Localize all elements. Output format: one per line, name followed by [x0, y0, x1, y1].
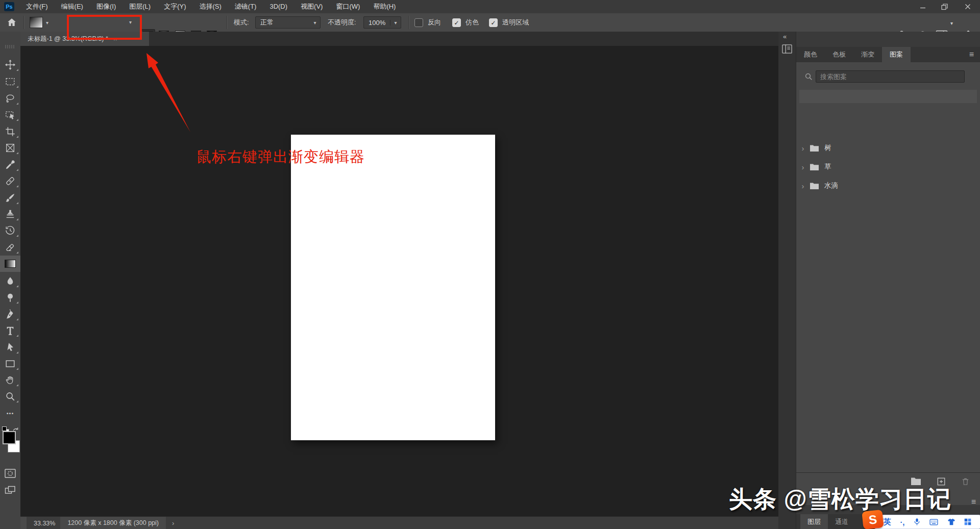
pen-tool[interactable]: [0, 306, 20, 322]
home-icon[interactable]: [6, 17, 17, 28]
eraser-tool[interactable]: [0, 239, 20, 256]
rectangular-marquee-tool[interactable]: [0, 73, 20, 90]
history-brush-tool[interactable]: [0, 222, 20, 239]
chevron-right-icon[interactable]: ›: [796, 182, 810, 190]
folder-icon: [810, 163, 819, 171]
opacity-select[interactable]: 100% ▾: [363, 16, 401, 29]
delete-icon[interactable]: [961, 477, 970, 486]
canvas-area[interactable]: [20, 46, 778, 516]
tab-patterns[interactable]: 图案: [882, 47, 911, 62]
tool-preset-thumbnail: [30, 17, 43, 28]
chevron-right-icon[interactable]: ›: [796, 163, 810, 171]
screen-mode-button[interactable]: [4, 485, 16, 496]
reverse-checkbox[interactable]: [414, 18, 423, 27]
tab-swatches[interactable]: 色板: [825, 47, 853, 62]
patterns-panel-body: › 树 › 草 › 水滴: [796, 62, 980, 505]
ime-mic-icon[interactable]: [914, 518, 920, 526]
ime-language-toggle[interactable]: 英: [884, 517, 891, 527]
more-tools-button[interactable]: •••: [0, 405, 20, 421]
divider: [408, 16, 409, 29]
ime-punctuation-toggle[interactable]: ·,: [900, 518, 904, 526]
zoom-level-field[interactable]: 33.33%: [29, 520, 60, 527]
reverse-label: 反向: [428, 13, 441, 32]
move-tool[interactable]: [0, 57, 20, 73]
gradient-tool[interactable]: [0, 256, 20, 272]
close-window-button[interactable]: [955, 0, 980, 13]
brush-tool[interactable]: [0, 190, 20, 206]
dither-checkbox[interactable]: ✓: [452, 18, 461, 27]
pattern-search-input[interactable]: [816, 70, 965, 83]
folder-label: 草: [824, 162, 831, 171]
document-canvas[interactable]: [291, 135, 495, 440]
folder-icon: [810, 182, 819, 190]
collapse-dock-icon[interactable]: «: [783, 33, 787, 40]
collapsed-panel-icon[interactable]: [781, 44, 793, 54]
chevron-right-icon[interactable]: ›: [796, 144, 810, 153]
chevron-down-icon: ▾: [46, 20, 48, 26]
pattern-folder-water-drops[interactable]: › 水滴: [796, 177, 980, 194]
clone-stamp-tool[interactable]: [0, 206, 20, 222]
folder-label: 树: [824, 143, 831, 153]
ime-skin-icon[interactable]: [947, 518, 955, 525]
transparency-checkbox[interactable]: ✓: [489, 18, 498, 27]
dodge-tool[interactable]: [0, 289, 20, 306]
tab-gradients[interactable]: 渐变: [853, 47, 882, 62]
divider: [23, 16, 24, 29]
panel-menu-icon[interactable]: ≡: [969, 51, 974, 59]
ime-toolbox-icon[interactable]: [964, 518, 971, 525]
annotation-highlight-box: [67, 15, 142, 40]
collapsed-panel-dock: «: [778, 32, 796, 529]
pattern-folder-grass[interactable]: › 草: [796, 158, 980, 175]
menu-view[interactable]: 视图(V): [294, 0, 329, 13]
eyedropper-tool[interactable]: [0, 157, 20, 173]
menu-help[interactable]: 帮助(H): [366, 0, 402, 13]
ime-keyboard-icon[interactable]: [929, 519, 938, 525]
document-info: 1200 像素 x 1800 像素 (300 ppi): [60, 517, 166, 529]
menu-image[interactable]: 图像(I): [90, 0, 122, 13]
minimize-button[interactable]: [912, 0, 934, 13]
object-selection-tool[interactable]: [0, 107, 20, 123]
ime-logo-icon[interactable]: S: [862, 510, 884, 529]
tab-layers[interactable]: 图层: [800, 514, 828, 529]
rectangle-tool[interactable]: [0, 356, 20, 372]
frame-tool[interactable]: [0, 140, 20, 156]
menu-edit[interactable]: 编辑(E): [55, 0, 90, 13]
layers-panel-menu-icon[interactable]: ≡: [971, 498, 976, 506]
spot-healing-brush-tool[interactable]: [0, 173, 20, 189]
menu-window[interactable]: 窗口(W): [329, 0, 366, 13]
folder-label: 水滴: [824, 181, 838, 190]
dither-label: 仿色: [465, 13, 479, 32]
blur-tool[interactable]: [0, 273, 20, 289]
ellipsis-icon: •••: [7, 410, 14, 416]
menu-layer[interactable]: 图层(L): [122, 0, 157, 13]
ime-toolbar: 英 ·,: [874, 515, 980, 529]
type-tool[interactable]: [0, 322, 20, 339]
chevron-down-icon: ▾: [310, 20, 320, 26]
check-icon: ✓: [491, 20, 496, 26]
menu-select[interactable]: 选择(S): [192, 0, 228, 13]
divider: [796, 472, 980, 473]
status-chevron-icon[interactable]: ›: [166, 519, 174, 527]
quick-mask-button[interactable]: [4, 468, 16, 478]
zoom-tool[interactable]: [0, 388, 20, 405]
tool-preset-picker[interactable]: ▾: [30, 17, 48, 28]
pattern-folder-trees[interactable]: › 树: [796, 139, 980, 157]
blend-mode-select[interactable]: 正常 ▾: [255, 16, 321, 29]
hand-tool[interactable]: [0, 372, 20, 388]
menu-file[interactable]: 文件(F): [19, 0, 55, 13]
workspace-chevron-icon[interactable]: ▾: [950, 14, 953, 33]
menu-3d[interactable]: 3D(D): [263, 0, 294, 13]
check-icon: ✓: [454, 20, 459, 26]
restore-button[interactable]: [934, 0, 955, 13]
menu-type[interactable]: 文字(Y): [157, 0, 192, 13]
tab-color[interactable]: 颜色: [796, 47, 825, 62]
tab-channels[interactable]: 通道: [828, 514, 855, 529]
title-bar: Ps 文件(F) 编辑(E) 图像(I) 图层(L) 文字(Y) 选择(S) 滤…: [0, 0, 980, 14]
menu-filter[interactable]: 滤镜(T): [228, 0, 263, 13]
crop-tool[interactable]: [0, 123, 20, 140]
path-selection-tool[interactable]: [0, 339, 20, 356]
toolbar-grip[interactable]: [5, 45, 15, 48]
foreground-color-swatch[interactable]: [3, 431, 16, 444]
pattern-row-empty: [799, 90, 977, 103]
lasso-tool[interactable]: [0, 90, 20, 107]
